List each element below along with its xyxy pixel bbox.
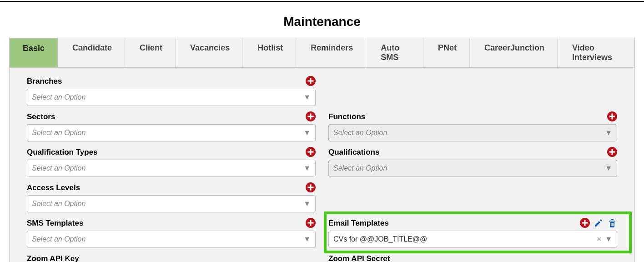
- chevron-down-icon: ▼: [605, 129, 612, 137]
- svg-rect-20: [308, 222, 314, 224]
- add-email-template-button[interactable]: [580, 218, 590, 228]
- field-zoom-api-secret: Zoom API Secret: [328, 253, 617, 262]
- sms-templates-select[interactable]: Select an Option ▼: [27, 231, 316, 248]
- field-email-templates: Email Templates CVs for @@J: [328, 218, 617, 248]
- maintenance-panel: BasicCandidateClientVacanciesHotlistRemi…: [9, 37, 635, 262]
- label-email-templates: Email Templates: [328, 219, 389, 228]
- access-levels-select[interactable]: Select an Option ▼: [27, 195, 316, 212]
- tab-vacancies[interactable]: Vacancies: [177, 38, 243, 67]
- field-qualifications: Qualifications Select an Option ▼: [328, 147, 617, 177]
- chevron-down-icon: ▼: [303, 129, 311, 137]
- clear-icon[interactable]: ×: [597, 235, 601, 243]
- label-zoom-api-key: Zoom API Key: [27, 254, 79, 262]
- field-qualification-types: Qualification Types Select an Option ▼: [27, 147, 316, 177]
- trash-icon[interactable]: [607, 218, 617, 228]
- add-sector-button[interactable]: [306, 111, 316, 121]
- page-title: Maintenance: [0, 1, 644, 37]
- email-templates-select-value: CVs for @@JOB_TITLE@@: [333, 235, 427, 243]
- field-sectors: Sectors Select an Option ▼: [27, 111, 316, 141]
- svg-rect-17: [308, 187, 314, 188]
- tab-hotlist[interactable]: Hotlist: [245, 38, 296, 67]
- tab-basic[interactable]: Basic: [10, 38, 58, 67]
- tab-video-interviews[interactable]: Video Interviews: [559, 38, 634, 67]
- access-levels-select-placeholder: Select an Option: [32, 200, 86, 208]
- tab-auto-sms[interactable]: Auto SMS: [368, 38, 423, 67]
- functions-select[interactable]: Select an Option ▼: [328, 124, 617, 141]
- tab-pnet[interactable]: PNet: [425, 38, 470, 67]
- qualifications-select-placeholder: Select an Option: [333, 164, 387, 172]
- label-qualifications: Qualifications: [328, 148, 379, 157]
- tab-candidate[interactable]: Candidate: [60, 38, 125, 67]
- qualification-types-select-placeholder: Select an Option: [32, 164, 86, 172]
- tabs-bar: BasicCandidateClientVacanciesHotlistRemi…: [10, 37, 634, 68]
- svg-rect-25: [612, 223, 613, 226]
- field-sms-templates: SMS Templates Select an Option ▼: [27, 218, 316, 248]
- label-qualification-types: Qualification Types: [27, 148, 98, 157]
- add-qualification-button[interactable]: [607, 147, 617, 157]
- add-qualification-type-button[interactable]: [306, 147, 316, 157]
- sms-templates-select-placeholder: Select an Option: [32, 235, 86, 243]
- add-branch-button[interactable]: [306, 76, 316, 86]
- edit-icon[interactable]: [594, 218, 604, 228]
- label-access-levels: Access Levels: [27, 183, 80, 192]
- add-access-level-button[interactable]: [306, 182, 316, 192]
- svg-rect-8: [609, 116, 615, 117]
- branches-select-placeholder: Select an Option: [32, 93, 86, 101]
- chevron-down-icon: ▼: [605, 164, 612, 172]
- svg-rect-14: [609, 151, 615, 153]
- branches-select[interactable]: Select an Option ▼: [27, 89, 316, 106]
- qualifications-select[interactable]: Select an Option ▼: [328, 160, 617, 177]
- svg-rect-11: [308, 151, 314, 153]
- tab-content-basic: Branches Select an Option ▼ Sector: [10, 68, 634, 262]
- field-branches: Branches Select an Option ▼: [27, 76, 316, 106]
- qualification-types-select[interactable]: Select an Option ▼: [27, 160, 316, 177]
- tab-client[interactable]: Client: [127, 38, 176, 67]
- svg-rect-24: [611, 223, 612, 226]
- svg-rect-2: [308, 81, 314, 82]
- chevron-down-icon: ▼: [303, 200, 311, 208]
- svg-rect-23: [582, 222, 588, 224]
- field-zoom-api-key: Zoom API Key: [27, 253, 316, 262]
- sectors-select-placeholder: Select an Option: [32, 129, 86, 137]
- chevron-down-icon: ▼: [303, 93, 311, 101]
- label-zoom-api-secret: Zoom API Secret: [328, 254, 390, 262]
- label-sms-templates: SMS Templates: [27, 219, 83, 228]
- functions-select-placeholder: Select an Option: [333, 129, 387, 137]
- field-functions: Functions Select an Option ▼: [328, 111, 617, 141]
- email-templates-select[interactable]: CVs for @@JOB_TITLE@@ × ▼: [328, 231, 617, 248]
- label-branches: Branches: [27, 77, 62, 86]
- label-sectors: Sectors: [27, 112, 55, 121]
- field-access-levels: Access Levels Select an Option ▼: [27, 182, 316, 212]
- chevron-down-icon: ▼: [303, 235, 311, 243]
- svg-rect-5: [308, 116, 314, 117]
- tab-reminders[interactable]: Reminders: [298, 38, 366, 67]
- chevron-down-icon: ▼: [303, 164, 311, 172]
- add-sms-template-button[interactable]: [306, 218, 316, 228]
- chevron-down-icon: ▼: [605, 235, 612, 243]
- add-function-button[interactable]: [607, 111, 617, 121]
- tab-careerjunction[interactable]: CareerJunction: [472, 38, 558, 67]
- sectors-select[interactable]: Select an Option ▼: [27, 124, 316, 141]
- label-functions: Functions: [328, 112, 365, 121]
- svg-rect-26: [613, 223, 614, 226]
